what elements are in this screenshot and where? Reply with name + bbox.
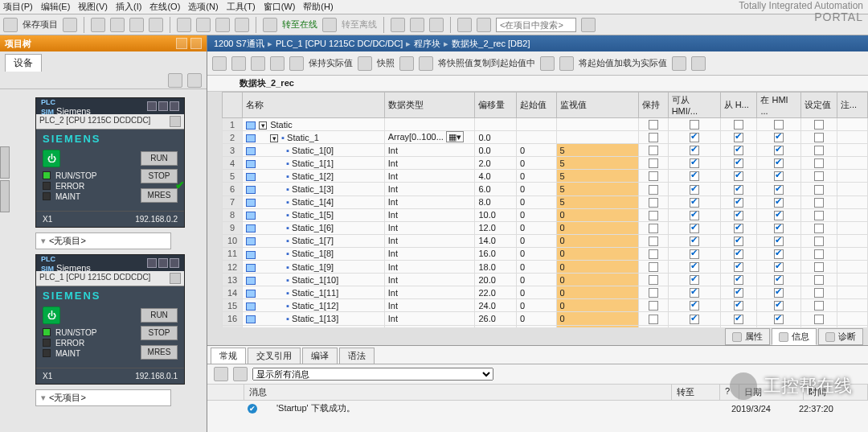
snapshot-button[interactable]: 快照 [377,57,395,69]
breadcrumb-item[interactable]: PLC_1 [CPU 1215C DC/DC/DC] [276,39,403,48]
menu-item[interactable]: 项目(P) [3,1,33,13]
checkbox[interactable] [814,158,824,168]
checkbox[interactable] [774,315,784,324]
checkbox[interactable] [690,158,699,168]
checkbox[interactable] [649,288,658,298]
pin-icon[interactable] [158,101,168,111]
power-button[interactable]: ⏻ [43,150,60,167]
checkbox[interactable] [814,249,824,259]
tb-icon-e[interactable] [477,18,491,32]
checkbox[interactable] [774,120,784,130]
checkbox[interactable] [774,262,784,272]
load-start-icon[interactable] [540,56,555,71]
checkbox[interactable] [774,211,784,220]
checkbox[interactable] [734,301,743,311]
checkbox[interactable] [649,198,658,208]
checkbox[interactable] [774,158,784,168]
column-header[interactable]: 在 HMI ... [757,93,801,118]
checkbox[interactable] [734,120,743,130]
checkbox[interactable] [649,237,658,246]
filter-icon-a[interactable] [214,367,228,381]
search-go-icon[interactable] [581,18,596,32]
checkbox[interactable] [774,133,784,142]
menu-item[interactable]: 视图(V) [78,1,108,13]
checkbox[interactable] [734,198,743,208]
checkbox[interactable] [690,185,699,195]
mres-button[interactable]: MRES [141,345,178,360]
checkbox[interactable] [774,275,784,285]
checkbox[interactable] [734,211,743,220]
info-tab[interactable]: 常规 [211,348,246,364]
checkbox[interactable] [649,211,658,220]
copy-snap-icon[interactable] [399,56,414,71]
info-tab[interactable]: 语法 [339,348,375,364]
column-header[interactable]: 注... [837,93,867,118]
checkbox[interactable] [649,158,658,168]
checkbox[interactable] [649,315,658,324]
tree-view-icon[interactable] [176,38,187,49]
run-button[interactable]: RUN [141,151,178,166]
tb-icon-d[interactable] [457,18,472,32]
download-icon[interactable] [215,18,230,32]
table-row[interactable]: 9 ▪ Static_1[6] Int 12.00 0 [223,221,868,234]
undo-icon[interactable] [177,18,191,32]
copy-snapshot-button[interactable]: 将快照值复制到起始值中 [438,57,535,69]
save-project-button[interactable]: 保存项目 [23,19,58,31]
checkbox[interactable] [690,262,699,272]
checkbox[interactable] [814,171,824,181]
checkbox[interactable] [649,185,658,195]
checkbox[interactable] [649,133,658,142]
checkbox[interactable] [774,288,784,298]
side-handle-2[interactable] [0,180,10,212]
checkbox[interactable] [814,185,824,195]
checkbox[interactable] [734,224,743,233]
et-icon-5[interactable] [289,56,304,71]
checkbox[interactable] [814,133,824,142]
checkbox[interactable] [649,262,658,272]
column-header[interactable]: 监视值 [556,93,638,118]
checkbox[interactable] [774,198,784,208]
config-icon[interactable] [170,273,181,284]
tb-icon-a[interactable] [391,18,405,32]
checkbox[interactable] [734,275,743,285]
pin-icon[interactable] [158,258,168,268]
message-row[interactable]: ✔ 'Startup' 下载成功。 2019/3/24 22:37:20 [207,401,868,416]
table-row[interactable]: 12 ▪ Static_1[9] Int 18.00 0 [223,261,868,274]
info-tab[interactable]: 交叉引用 [248,348,301,364]
checkbox[interactable] [690,120,699,130]
table-row[interactable]: 17 ▪ Static_1[14] Int 28.00 0 [223,325,868,327]
breadcrumb-item[interactable]: 程序块 [414,38,440,50]
checkbox[interactable] [814,275,824,285]
menu-item[interactable]: 插入(I) [116,1,141,13]
snapshot-icon[interactable] [358,56,372,71]
column-header[interactable]: 名称 [243,93,385,118]
inspector-tab[interactable]: 诊断 [818,328,863,345]
paste-icon[interactable] [129,18,144,32]
load-start-button[interactable]: 将起始值加载为实际值 [579,57,667,69]
checkbox[interactable] [814,198,824,208]
table-row[interactable]: 5 ▪ Static_1[2] Int 4.00 5 [223,170,868,183]
checkbox[interactable] [814,211,824,220]
stop-button[interactable]: STOP [141,326,178,340]
new-icon[interactable] [3,18,18,32]
checkbox[interactable] [774,301,784,311]
no-project-item[interactable]: ▾<无项目> [35,389,171,406]
checkbox[interactable] [649,249,658,259]
column-header[interactable]: 起始值 [516,93,556,118]
go-online-button[interactable]: 转至在线 [282,19,317,31]
checkbox[interactable] [814,262,824,272]
checkbox[interactable] [690,211,699,220]
checkbox[interactable] [734,288,743,298]
checkbox[interactable] [774,224,784,233]
checkbox[interactable] [774,237,784,246]
checkbox[interactable] [690,171,699,181]
checkbox[interactable] [734,185,743,195]
checkbox[interactable] [734,146,743,155]
menu-item[interactable]: 在线(O) [149,1,180,13]
table-row[interactable]: 14 ▪ Static_1[11] Int 22.00 0 [223,286,868,299]
search-input[interactable] [496,18,576,32]
checkbox[interactable] [690,301,699,311]
checkbox[interactable] [649,224,658,233]
menu-item[interactable]: 编辑(E) [41,1,71,13]
checkbox[interactable] [734,158,743,168]
